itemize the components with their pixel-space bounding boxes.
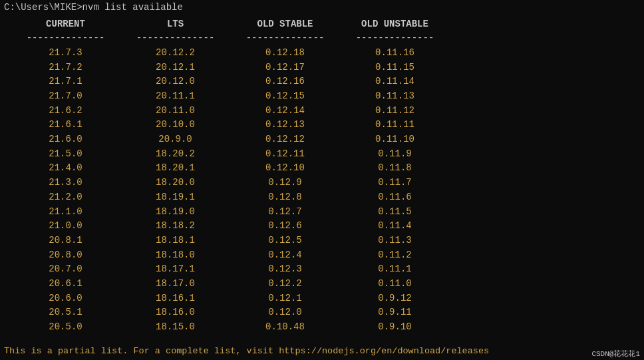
- column-header: OLD UNSTABLE: [340, 17, 450, 32]
- table-cell: 0.11.0: [340, 277, 450, 291]
- nvm-table: CURRENTLTSOLD STABLEOLD UNSTABLE -------…: [4, 17, 640, 335]
- terminal-window: C:\Users\MIKE>nvm list available CURRENT…: [0, 0, 644, 360]
- table-cell: 20.10.0: [120, 118, 230, 132]
- table-cell: 20.7.0: [11, 262, 120, 277]
- column-header: LTS: [120, 17, 230, 32]
- table-cell: 0.12.6: [230, 219, 340, 234]
- command-line: C:\Users\MIKE>nvm list available: [4, 1, 640, 15]
- table-cell: 20.5.1: [11, 305, 120, 320]
- table-cell: 21.1.0: [11, 205, 120, 220]
- table-cell: 21.6.2: [11, 104, 120, 118]
- table-row: 21.5.018.20.20.12.110.11.9: [4, 147, 640, 162]
- table-header-row: CURRENTLTSOLD STABLEOLD UNSTABLE: [4, 17, 640, 32]
- table-cell: 0.11.4: [340, 219, 450, 234]
- table-cell: 21.4.0: [11, 161, 120, 176]
- table-cell: 0.12.4: [230, 248, 340, 263]
- table-cell: 18.17.0: [120, 277, 230, 291]
- column-divider: --------------: [230, 31, 340, 46]
- table-row: 21.7.320.12.20.12.180.11.16: [4, 46, 640, 61]
- table-cell: 20.11.0: [120, 104, 230, 118]
- table-cell: 0.12.3: [230, 262, 340, 277]
- table-cell: 18.16.1: [120, 291, 230, 306]
- table-cell: 0.11.6: [340, 190, 450, 205]
- table-cell: 0.9.10: [340, 320, 450, 335]
- table-cell: 0.11.3: [340, 234, 450, 248]
- table-row: 21.2.018.19.10.12.80.11.6: [4, 190, 640, 205]
- table-cell: 21.7.3: [11, 46, 120, 61]
- table-row: 21.6.120.10.00.12.130.11.11: [4, 118, 640, 132]
- column-header: OLD STABLE: [230, 17, 340, 32]
- table-cell: 0.11.8: [340, 161, 450, 176]
- table-cell: 0.12.2: [230, 277, 340, 291]
- table-cell: 20.6.0: [11, 291, 120, 306]
- table-cell: 0.11.10: [340, 132, 450, 147]
- table-row: 20.8.118.18.10.12.50.11.3: [4, 234, 640, 248]
- table-cell: 18.20.2: [120, 147, 230, 162]
- table-cell: 21.3.0: [11, 176, 120, 190]
- table-cell: 0.11.16: [340, 46, 450, 61]
- table-cell: 18.19.1: [120, 190, 230, 205]
- table-row: 20.7.018.17.10.12.30.11.1: [4, 262, 640, 277]
- table-cell: 21.7.2: [11, 61, 120, 75]
- table-row: 21.6.020.9.00.12.120.11.10: [4, 132, 640, 147]
- table-cell: 18.20.0: [120, 176, 230, 190]
- table-cell: 21.6.1: [11, 118, 120, 132]
- table-row: 21.7.020.11.10.12.150.11.13: [4, 89, 640, 104]
- table-cell: 0.11.2: [340, 248, 450, 263]
- watermark: CSDN@花花花1: [591, 349, 640, 359]
- table-cell: 0.11.15: [340, 61, 450, 75]
- table-cell: 0.12.13: [230, 118, 340, 132]
- table-cell: 0.9.12: [340, 291, 450, 306]
- column-header: CURRENT: [11, 17, 120, 32]
- table-cell: 0.11.5: [340, 205, 450, 220]
- table-cell: 20.6.1: [11, 277, 120, 291]
- table-cell: 0.12.5: [230, 234, 340, 248]
- table-cell: 0.12.10: [230, 161, 340, 176]
- table-cell: 18.18.2: [120, 219, 230, 234]
- table-cell: 20.12.1: [120, 61, 230, 75]
- table-cell: 21.2.0: [11, 190, 120, 205]
- table-cell: 0.11.9: [340, 147, 450, 162]
- table-cell: 0.12.12: [230, 132, 340, 147]
- table-row: 20.6.018.16.10.12.10.9.12: [4, 291, 640, 306]
- table-cell: 0.12.9: [230, 176, 340, 190]
- table-cell: 0.11.12: [340, 104, 450, 118]
- table-cell: 20.8.0: [11, 248, 120, 263]
- table-cell: 0.12.1: [230, 291, 340, 306]
- table-cell: 21.7.1: [11, 75, 120, 89]
- table-row: 21.0.018.18.20.12.60.11.4: [4, 219, 640, 234]
- table-cell: 20.9.0: [120, 132, 230, 147]
- column-divider: --------------: [340, 31, 450, 46]
- table-cell: 20.12.2: [120, 46, 230, 61]
- table-row: 21.4.018.20.10.12.100.11.8: [4, 161, 640, 176]
- table-cell: 0.12.16: [230, 75, 340, 89]
- table-row: 21.6.220.11.00.12.140.11.12: [4, 104, 640, 118]
- table-cell: 18.18.0: [120, 248, 230, 263]
- table-cell: 20.5.0: [11, 320, 120, 335]
- table-cell: 20.12.0: [120, 75, 230, 89]
- table-row: 20.5.118.16.00.12.00.9.11: [4, 305, 640, 320]
- table-cell: 18.18.1: [120, 234, 230, 248]
- table-cell: 0.11.7: [340, 176, 450, 190]
- table-cell: 0.12.8: [230, 190, 340, 205]
- table-row: 21.3.018.20.00.12.90.11.7: [4, 176, 640, 190]
- table-cell: 0.11.11: [340, 118, 450, 132]
- table-cell: 18.15.0: [120, 320, 230, 335]
- table-cell: 21.7.0: [11, 89, 120, 104]
- table-cell: 21.5.0: [11, 147, 120, 162]
- table-row: 20.8.018.18.00.12.40.11.2: [4, 248, 640, 263]
- table-body: 21.7.320.12.20.12.180.11.1621.7.220.12.1…: [4, 46, 640, 335]
- table-cell: 0.12.0: [230, 305, 340, 320]
- table-cell: 18.19.0: [120, 205, 230, 220]
- table-cell: 0.9.11: [340, 305, 450, 320]
- table-cell: 18.20.1: [120, 161, 230, 176]
- table-cell: 0.11.1: [340, 262, 450, 277]
- table-cell: 0.12.15: [230, 89, 340, 104]
- table-cell: 21.0.0: [11, 219, 120, 234]
- table-cell: 0.12.7: [230, 205, 340, 220]
- table-cell: 0.12.11: [230, 147, 340, 162]
- table-cell: 20.11.1: [120, 89, 230, 104]
- footer-text: This is a partial list. For a complete l…: [4, 346, 489, 356]
- table-row: 20.5.018.15.00.10.480.9.10: [4, 320, 640, 335]
- table-cell: 20.8.1: [11, 234, 120, 248]
